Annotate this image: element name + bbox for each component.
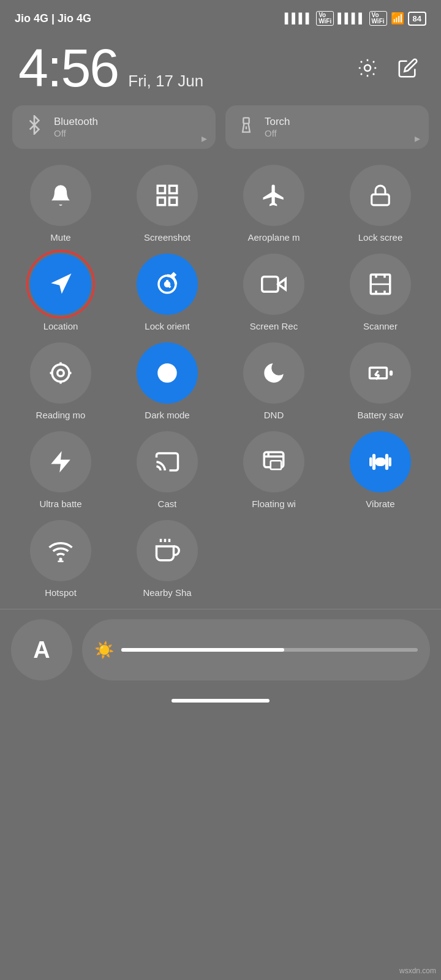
svg-rect-1 [243,118,249,123]
darkmode-label: Dark mode [145,410,189,420]
qs-item-floatingwindow[interactable]: Floating wi [224,431,323,509]
torch-arrow: ▸ [415,132,420,145]
bluetooth-tile[interactable]: Bluetooth Off ▸ [12,105,216,149]
torch-status: Off [265,128,290,138]
nearbyshare-button[interactable] [137,520,198,581]
readingmode-label: Reading mo [36,410,86,420]
edit-icon[interactable] [393,53,423,83]
location-button[interactable] [30,254,91,315]
svg-point-0 [364,65,371,71]
svg-point-21 [157,363,177,383]
svg-rect-4 [170,186,177,193]
torch-tile[interactable]: Torch Off ▸ [225,105,429,149]
vowifi-2: VoWiFi [369,11,387,26]
dnd-label: DND [264,410,284,420]
clock-time: 4:56 [18,37,118,99]
batterysaver-label: Battery sav [357,410,403,420]
lockorient-button[interactable] [137,254,198,315]
bluetooth-status: Off [54,128,98,138]
svg-rect-3 [157,186,165,193]
svg-rect-7 [372,194,390,205]
brightness-track[interactable] [121,648,418,652]
location-label: Location [43,321,78,331]
wifi-icon: 📶 [391,12,404,25]
time-action-icons[interactable] [353,53,423,83]
status-icons: ▌▌▌▌ VoWiFi ▌▌▌▌ VoWiFi 📶 84 [285,11,426,26]
carrier-text: Jio 4G | Jio 4G [15,12,91,25]
qs-item-hotspot[interactable]: Hotspot [11,520,110,598]
aeroplane-button[interactable] [243,165,304,226]
scanner-button[interactable] [350,254,411,315]
svg-point-15 [52,364,69,382]
screenshot-label: Screenshot [144,232,190,243]
svg-rect-28 [271,461,282,469]
qs-item-batterysaver[interactable]: Battery sav [331,342,430,420]
home-bar[interactable] [172,699,270,703]
qs-item-mute[interactable]: Mute [11,165,110,243]
clock-date: Fri, 17 Jun [128,72,203,91]
torch-label: Torch [265,116,290,128]
home-indicator-area [0,687,441,709]
brightness-icon: ☀️ [94,641,114,660]
svg-rect-29 [376,459,385,466]
font-size-button[interactable]: A [11,619,72,680]
lockorient-label: Lock orient [145,321,189,331]
svg-marker-11 [278,279,285,290]
svg-rect-12 [262,277,278,292]
dnd-button[interactable] [243,342,304,404]
lockscreen-button[interactable] [350,165,411,226]
floatingwindow-button[interactable] [243,431,304,492]
bluetooth-icon [24,115,44,139]
vibrate-label: Vibrate [366,499,394,509]
qs-item-scanner[interactable]: Scanner [331,254,430,331]
lockscreen-label: Lock scree [358,232,403,243]
mute-button[interactable] [30,165,91,226]
hotspot-label: Hotspot [45,587,77,598]
darkmode-button[interactable] [137,342,198,404]
vowifi-1: VoWiFi [316,11,334,26]
scanner-label: Scanner [363,321,398,331]
svg-rect-5 [170,198,177,205]
svg-point-10 [165,282,170,287]
qs-item-screenrec[interactable]: Screen Rec [224,254,323,331]
torch-info: Torch Off [265,116,290,138]
cast-button[interactable] [137,431,198,492]
qs-item-screenshot[interactable]: Screenshot [118,165,217,243]
qs-item-location[interactable]: Location [11,254,110,331]
svg-rect-6 [157,198,165,205]
qs-item-ultrabattery[interactable]: Ultra batte [11,431,110,509]
vibrate-button[interactable] [350,431,411,492]
batterysaver-button[interactable] [350,342,411,404]
qs-item-vibrate[interactable]: Vibrate [331,431,430,509]
ultrabattery-button[interactable] [30,431,91,492]
settings-icon[interactable] [353,53,382,83]
qs-item-aeroplane[interactable]: Aeroplane m [224,165,323,243]
time-section: 4:56 Fri, 17 Jun [0,31,441,105]
floatingwindow-label: Floating wi [252,499,296,509]
qs-item-cast[interactable]: Cast [118,431,217,509]
time-date-group: 4:56 Fri, 17 Jun [18,37,203,99]
qs-item-dnd[interactable]: DND [224,342,323,420]
cast-label: Cast [158,499,177,509]
bluetooth-label: Bluetooth [54,116,98,128]
watermark: wsxdn.com [399,967,436,975]
qs-item-darkmode[interactable]: Dark mode [118,342,217,420]
svg-point-16 [58,370,64,377]
qs-item-lockscreen[interactable]: Lock scree [331,165,430,243]
aeroplane-label: Aeroplane m [247,232,300,243]
qs-item-nearbyshare[interactable]: Nearby Sha [118,520,217,598]
qs-item-lockorient[interactable]: Lock orient [118,254,217,331]
mute-label: Mute [50,232,70,243]
signal-icon-2: ▌▌▌▌ [337,13,365,24]
screenrec-button[interactable] [243,254,304,315]
screenshot-button[interactable] [137,165,198,226]
qs-item-readingmode[interactable]: Reading mo [11,342,110,420]
top-tiles-row: Bluetooth Off ▸ Torch Off ▸ [0,105,441,159]
hotspot-button[interactable] [30,520,91,581]
screenrec-label: Screen Rec [250,321,298,331]
brightness-control[interactable]: ☀️ [82,619,430,680]
battery-indicator: 84 [408,12,426,26]
bottom-controls: A ☀️ [0,609,441,687]
readingmode-button[interactable] [30,342,91,404]
signal-icon-1: ▌▌▌▌ [285,13,312,24]
